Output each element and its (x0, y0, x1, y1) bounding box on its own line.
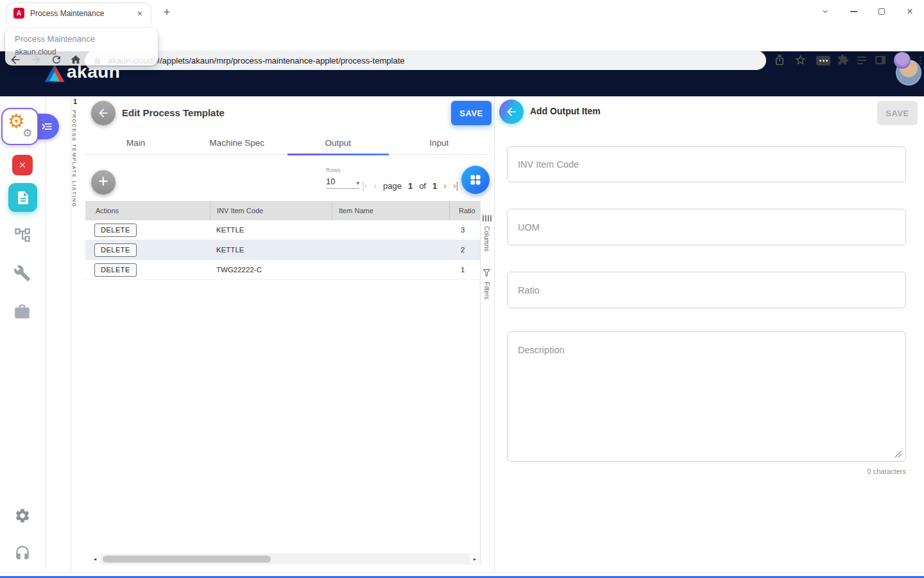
new-tab-button[interactable]: + (160, 5, 174, 19)
table-header: Actions INV Item Code Item Name Ratio (85, 201, 480, 220)
tab-close-icon[interactable]: × (135, 8, 144, 19)
ratio-input[interactable] (508, 272, 905, 308)
applet-item-red[interactable] (12, 155, 33, 175)
rows-per-page-label: Rows (326, 167, 341, 173)
sidebar-divider (45, 96, 46, 572)
applet-item-documents[interactable] (8, 183, 37, 212)
inv-item-code-field[interactable] (507, 146, 906, 182)
description-input[interactable] (508, 332, 905, 461)
column-header-ratio: Ratio (449, 201, 480, 220)
columns-side-tab[interactable]: Columns (483, 226, 490, 251)
horizontal-scrollbar[interactable]: ◄ ► (90, 554, 480, 565)
document-icon (15, 190, 31, 206)
applet-item-tools[interactable] (13, 265, 31, 282)
back-button[interactable] (91, 101, 116, 125)
sidebar-settings-icon[interactable] (14, 507, 31, 524)
cell-ratio: 2 (449, 240, 480, 259)
side-panel-icon[interactable] (875, 56, 886, 64)
browser-profile-avatar[interactable] (894, 52, 911, 69)
window-minimize-button[interactable] (839, 0, 868, 23)
scroll-right-button[interactable]: ► (470, 554, 480, 565)
extension-list-icon[interactable] (857, 57, 866, 64)
cell-inv-item-code: KETTLE (210, 220, 332, 240)
tab-bar: Main Machine Spec Output Input (85, 131, 490, 155)
plus-icon: + (98, 173, 108, 190)
tab-machine-spec[interactable]: Machine Spec (187, 131, 288, 154)
chevron-down-icon (821, 7, 830, 16)
pagination: |‹ ‹ page 1 of 1 › ›| (362, 180, 458, 191)
active-applet-badge[interactable]: ⚙ ⚙ (1, 108, 38, 145)
menu-open-icon (40, 120, 53, 133)
cell-item-name (332, 220, 449, 240)
browser-refresh-button[interactable] (51, 54, 62, 66)
arrow-back-icon (505, 105, 518, 118)
window-maximize-button[interactable] (868, 0, 896, 23)
table-row: DELETE TWG22222-C 1 (85, 260, 480, 280)
column-header-actions: Actions (85, 201, 210, 220)
maximize-icon (878, 8, 885, 15)
bookmark-star-icon[interactable] (794, 54, 807, 66)
scrollbar-track[interactable] (100, 554, 470, 565)
cell-ratio: 3 (449, 220, 480, 240)
table-row: DELETE KETTLE 3 (85, 220, 480, 240)
description-field[interactable] (507, 331, 906, 462)
right-save-button[interactable]: SAVE (877, 101, 918, 125)
window-controls: × (811, 0, 924, 23)
pagination-first-button[interactable]: |‹ (362, 180, 367, 191)
rows-per-page-value: 10 (326, 177, 335, 186)
pagination-page-word: page (383, 181, 402, 191)
cell-item-name (332, 260, 449, 279)
listing-count: 1 (73, 98, 77, 105)
cell-ratio: 1 (449, 260, 480, 279)
tab-main[interactable]: Main (85, 131, 187, 154)
bottom-divider (0, 572, 924, 573)
tab-favicon-icon: A (13, 8, 24, 19)
share-icon[interactable] (774, 54, 785, 66)
browser-tab[interactable]: A Process Maintenance × (6, 3, 151, 23)
columns-grid-button[interactable] (461, 166, 490, 194)
applet-item-flowchart[interactable] (13, 226, 31, 244)
uom-input[interactable] (508, 209, 905, 245)
scrollbar-thumb[interactable] (103, 556, 271, 563)
columns-icon (483, 215, 492, 222)
pagination-current-page: 1 (408, 181, 413, 191)
inv-item-code-input[interactable] (508, 147, 905, 182)
window-chevron-button[interactable] (811, 0, 839, 23)
resize-handle-icon[interactable] (894, 450, 902, 458)
tab-input[interactable]: Input (389, 131, 490, 154)
pagination-next-button[interactable]: › (443, 180, 447, 191)
extension-badge-icon[interactable] (816, 56, 830, 66)
column-header-item-name: Item Name (332, 201, 449, 220)
pagination-last-button[interactable]: ›| (453, 180, 458, 191)
right-back-button[interactable] (499, 100, 524, 124)
browser-menu-kebab-icon[interactable]: ⋮ (916, 55, 924, 66)
ratio-field[interactable] (507, 272, 906, 308)
table-side-tabs: Columns Filters (480, 201, 493, 565)
sidebar-support-icon[interactable] (14, 545, 31, 562)
delete-button[interactable]: DELETE (94, 223, 137, 237)
add-row-button[interactable]: + (91, 170, 116, 195)
uom-field[interactable] (507, 209, 906, 245)
applet-switcher-button[interactable]: ⚙ ⚙ (1, 108, 60, 145)
browser-forward-button[interactable] (30, 53, 42, 66)
browser-home-button[interactable] (70, 54, 81, 66)
rows-per-page-select[interactable]: 10 ▾ (326, 177, 359, 189)
listing-vertical-label: PROCESS TEMPLATE LISTING (71, 110, 77, 207)
browser-back-button[interactable] (9, 53, 22, 66)
column-header-inv-item-code: INV Item Code (210, 201, 332, 220)
page-title: Edit Process Template (122, 107, 225, 118)
delete-button[interactable]: DELETE (94, 263, 137, 277)
filters-side-tab[interactable]: Filters (483, 282, 490, 299)
scroll-left-button[interactable]: ◄ (90, 554, 100, 565)
pagination-prev-button[interactable]: ‹ (373, 180, 377, 191)
applet-item-business[interactable] (13, 303, 31, 320)
delete-button[interactable]: DELETE (94, 243, 137, 257)
save-button[interactable]: SAVE (451, 101, 492, 125)
cell-inv-item-code: TWG22222-C (210, 260, 332, 279)
url-bar[interactable]: akaun.cloud/#/applets/akaun/mrp/process-… (85, 51, 766, 70)
char-count: 0 characters (507, 468, 906, 475)
window-close-button[interactable]: × (896, 0, 924, 23)
tab-output[interactable]: Output (287, 131, 389, 154)
tab-title: Process Maintenance (30, 9, 135, 18)
extensions-puzzle-icon[interactable] (837, 54, 849, 66)
